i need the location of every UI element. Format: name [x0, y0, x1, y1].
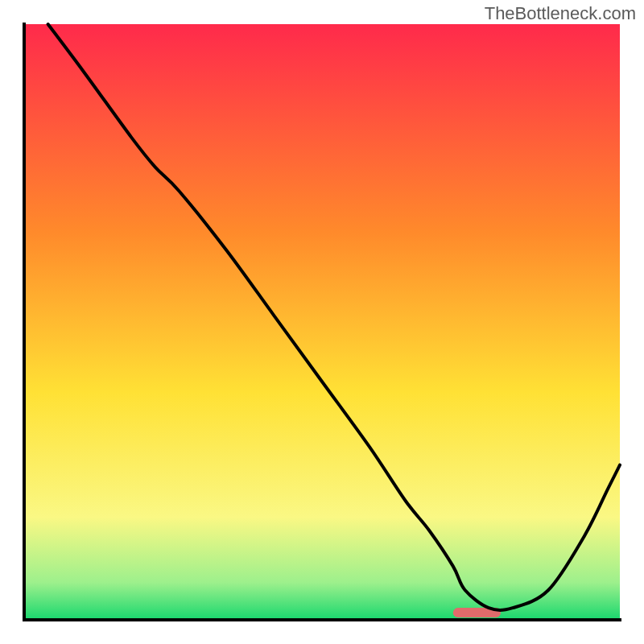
chart-container: TheBottleneck.com [0, 0, 644, 644]
bottleneck-chart [0, 0, 644, 644]
